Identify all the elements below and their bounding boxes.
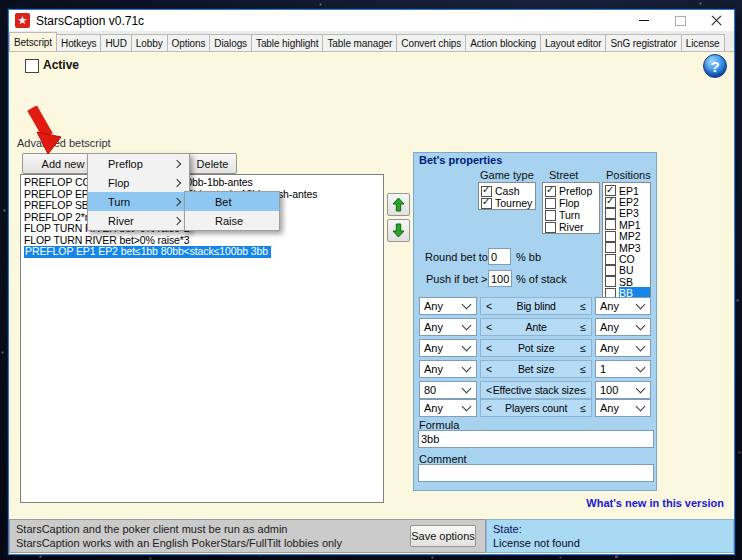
- checkbox-tourney[interactable]: Tourney: [481, 197, 535, 209]
- checkbox-bu[interactable]: BU: [605, 265, 650, 276]
- push-if-label: Push if bet >: [426, 273, 487, 285]
- checkbox-preflop[interactable]: Preflop: [545, 185, 599, 197]
- tab-lobby[interactable]: Lobby: [131, 34, 168, 51]
- round-bet-suffix: % bb: [516, 251, 541, 263]
- active-checkbox[interactable]: [25, 59, 39, 73]
- big-blind-range-label: <Big blind≤: [480, 297, 592, 315]
- bet-size-range-label: <Bet size≤: [480, 360, 592, 378]
- positions-list: EP1 EP2 EP3 MP1 MP2 MP3 CO BU SB BB: [602, 182, 651, 299]
- turn-checkbox: [545, 210, 556, 221]
- menu-item-preflop[interactable]: Preflop: [88, 154, 189, 173]
- submenu-item-bet[interactable]: Bet: [185, 192, 279, 211]
- add-new-context-menu: Preflop Flop Turn River: [87, 153, 190, 231]
- bet-size-min-dropdown[interactable]: Any: [419, 360, 477, 378]
- submenu-item-raise[interactable]: Raise: [185, 211, 279, 230]
- window-title: StarsCaption v0.71c: [36, 14, 144, 28]
- maximize-button[interactable]: [662, 10, 698, 31]
- checkbox-turn[interactable]: Turn: [545, 209, 599, 221]
- tab-convert-chips[interactable]: Convert chips: [396, 34, 466, 51]
- menu-item-river[interactable]: River: [88, 211, 189, 230]
- effective-stack-min-dropdown[interactable]: 80: [419, 381, 477, 399]
- help-icon[interactable]: ?: [703, 54, 727, 78]
- checkbox-mp1[interactable]: MP1: [605, 219, 650, 230]
- effective-stack-range-label: <Effective stack size≤: [480, 381, 592, 399]
- move-up-button[interactable]: [387, 193, 410, 216]
- positions-label: Positions: [606, 169, 651, 181]
- chevron-down-icon: [462, 383, 472, 393]
- chevron-down-icon: [462, 299, 472, 309]
- checkbox-mp3[interactable]: MP3: [605, 242, 650, 253]
- close-button[interactable]: [698, 10, 734, 31]
- desktop: ★ StarsCaption v0.71c Betscript Hotkeys …: [0, 0, 742, 560]
- chevron-down-icon: [636, 401, 646, 411]
- formula-input[interactable]: [418, 430, 654, 448]
- tab-action-blocking[interactable]: Action blocking: [465, 34, 541, 51]
- pot-size-max-dropdown[interactable]: Any: [595, 339, 651, 357]
- minimize-button[interactable]: [626, 10, 662, 31]
- tab-betscript[interactable]: Betscript: [9, 32, 57, 51]
- ep2-checkbox: [605, 197, 616, 208]
- bu-checkbox: [605, 265, 616, 276]
- checkbox-co[interactable]: CO: [605, 253, 650, 264]
- tab-dialogs[interactable]: Dialogs: [209, 34, 252, 51]
- bet-size-max-dropdown[interactable]: 1: [595, 360, 651, 378]
- checkbox-river[interactable]: River: [545, 221, 599, 233]
- players-count-max-dropdown[interactable]: Any: [595, 399, 651, 417]
- down-arrow-icon: [392, 223, 405, 238]
- checkbox-ep3[interactable]: EP3: [605, 208, 650, 219]
- list-item[interactable]: PREFLOP CO BU bet≤1bb stack>10bb-1bb-ant…: [24, 177, 383, 189]
- move-down-button[interactable]: [387, 219, 410, 242]
- street-label: Street: [549, 169, 578, 181]
- menu-item-flop[interactable]: Flop: [88, 173, 189, 192]
- tab-sng-registrator[interactable]: SnG registrator: [605, 34, 681, 51]
- tab-hotkeys[interactable]: Hotkeys: [56, 34, 101, 51]
- tab-options[interactable]: Options: [167, 34, 211, 51]
- mp3-checkbox: [605, 242, 616, 253]
- checkbox-ep2[interactable]: EP2: [605, 196, 650, 207]
- mp1-checkbox: [605, 219, 616, 230]
- tab-bar: Betscript Hotkeys HUD Lobby Options Dial…: [9, 31, 734, 52]
- big-blind-min-dropdown[interactable]: Any: [419, 297, 477, 315]
- sb-checkbox: [605, 276, 616, 287]
- flop-checkbox: [545, 198, 556, 209]
- street-list: Preflop Flop Turn River: [542, 182, 600, 234]
- tab-license[interactable]: License: [681, 34, 725, 51]
- desktop-stars: [0, 0, 1, 1]
- checkbox-flop[interactable]: Flop: [545, 197, 599, 209]
- tab-table-highlight[interactable]: Table highlight: [251, 34, 323, 51]
- push-if-input[interactable]: [488, 270, 512, 287]
- tab-layout-editor[interactable]: Layout editor: [540, 34, 607, 51]
- ante-range-label: <Ante≤: [480, 318, 592, 336]
- comment-input[interactable]: [418, 464, 654, 482]
- checkbox-mp2[interactable]: MP2: [605, 231, 650, 242]
- close-icon: [710, 14, 723, 27]
- submenu-arrow-icon: [173, 159, 181, 167]
- game-type-list: Cash Tourney: [478, 182, 536, 210]
- delete-button[interactable]: Delete: [188, 153, 237, 174]
- preflop-checkbox: [545, 186, 556, 197]
- minimize-icon: [639, 20, 649, 21]
- ante-min-dropdown[interactable]: Any: [419, 318, 477, 336]
- tab-hud[interactable]: HUD: [100, 34, 131, 51]
- chevron-down-icon: [636, 299, 646, 309]
- list-item-selected[interactable]: PREFLOP EP1 EP2 bet≤1bb 80bb<stack≤100bb…: [24, 246, 383, 258]
- chevron-down-icon: [462, 362, 472, 372]
- ep3-checkbox: [605, 208, 616, 219]
- players-count-range-label: <Players count≤: [480, 399, 592, 417]
- push-if-suffix: % of stack: [516, 273, 567, 285]
- tab-table-manager[interactable]: Table manager: [322, 34, 397, 51]
- checkbox-sb[interactable]: SB: [605, 276, 650, 287]
- pot-size-min-dropdown[interactable]: Any: [419, 339, 477, 357]
- whats-new-link[interactable]: What's new in this version: [586, 497, 724, 509]
- effective-stack-max-dropdown[interactable]: 100: [595, 381, 651, 399]
- save-options-button[interactable]: Save options: [410, 525, 476, 547]
- state-label: State:: [493, 523, 727, 537]
- bets-properties-panel: Bet's properties Game type Cash Tourney …: [413, 152, 657, 491]
- big-blind-max-dropdown[interactable]: Any: [595, 297, 651, 315]
- players-count-min-dropdown[interactable]: Any: [419, 399, 477, 417]
- tourney-checkbox: [481, 198, 492, 209]
- window-controls: [626, 10, 734, 31]
- menu-item-turn[interactable]: Turn: [88, 192, 189, 211]
- ante-max-dropdown[interactable]: Any: [595, 318, 651, 336]
- round-bet-input[interactable]: [488, 248, 511, 265]
